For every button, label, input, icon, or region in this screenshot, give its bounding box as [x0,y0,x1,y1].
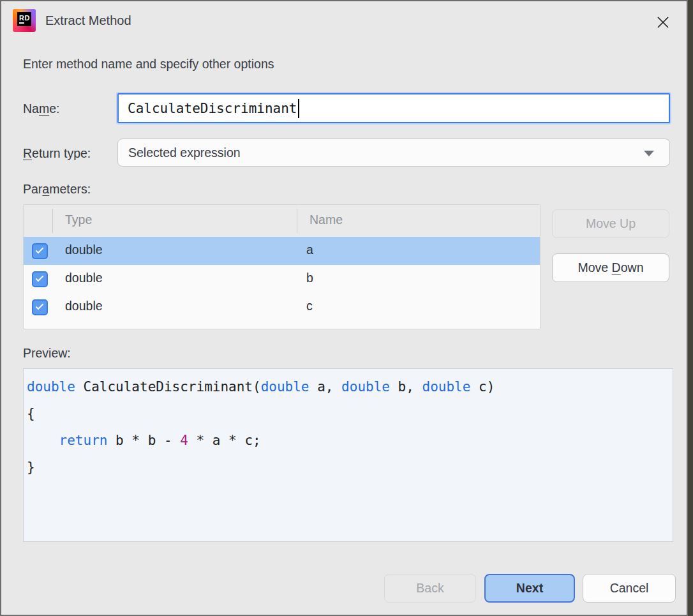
parameter-type: double [65,243,103,257]
rider-logo-text: RD [19,14,30,22]
parameter-checkbox[interactable] [32,299,48,315]
parameters-table: Type Name double a double b double c [23,204,540,329]
preview-label: Preview: [23,346,71,361]
parameter-type: double [65,299,103,313]
checkmark-icon [36,246,44,254]
parameters-label: Parameters: [23,182,91,197]
title-bar: RD Extract Method [13,9,131,32]
return-type-label: Return type: [23,146,91,161]
table-row[interactable]: double b [24,265,540,293]
next-button[interactable]: Next [484,574,575,603]
method-name-input[interactable]: CalculateDiscriminant [117,93,670,123]
parameter-checkbox[interactable] [32,243,48,259]
return-type-value: Selected expression [128,146,241,160]
rider-logo-icon: RD [13,9,36,32]
dialog-title: Extract Method [45,13,131,28]
checkmark-icon [36,274,44,282]
parameter-type: double [65,271,103,285]
table-row[interactable]: double a [24,237,540,265]
column-header-type: Type [65,213,92,227]
name-label: Name: [23,101,59,116]
preview-code: double CalculateDiscriminant(double a, d… [23,368,673,542]
back-button[interactable]: Back [384,574,476,603]
code-line: return b * b - 4 * a * c; [27,427,673,454]
parameter-name: c [306,299,313,313]
dialog-subtitle: Enter method name and specify other opti… [23,57,274,71]
close-icon [656,15,670,29]
parameter-checkbox[interactable] [32,271,48,287]
code-line: } [27,454,673,481]
close-button[interactable] [652,11,674,33]
move-up-button[interactable]: Move Up [552,209,669,238]
chevron-down-icon [644,151,654,156]
code-line: { [27,400,673,427]
method-name-value: CalculateDiscriminant [128,101,297,116]
parameter-name: b [306,271,313,285]
text-caret [298,99,299,118]
parameter-name: a [306,243,313,257]
background-strip [688,0,693,616]
checkmark-icon [36,302,44,310]
return-type-select[interactable]: Selected expression [117,139,670,167]
table-header: Type Name [24,205,540,237]
extract-method-dialog: RD Extract Method Enter method name and … [0,0,688,616]
cancel-button[interactable]: Cancel [583,574,676,603]
code-line: double CalculateDiscriminant(double a, d… [27,373,673,400]
table-row[interactable]: double c [24,293,540,321]
move-down-button[interactable]: Move Down [552,253,669,282]
column-header-name: Name [309,213,343,227]
